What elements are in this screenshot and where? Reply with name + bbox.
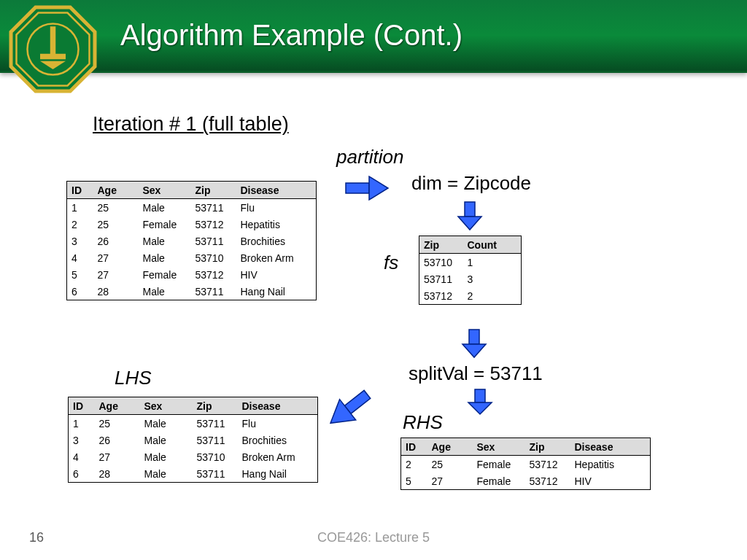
table-cell: 4 (69, 448, 95, 465)
table-cell: 6 (67, 283, 93, 300)
svg-rect-3 (50, 26, 56, 55)
svg-rect-9 (469, 330, 479, 344)
table-cell: 3 (69, 432, 95, 448)
table-cell: Male (139, 233, 191, 249)
table-cell: 53712 (525, 472, 570, 490)
table-cell: Male (140, 448, 193, 465)
table-row: 537101 (419, 254, 522, 271)
splitval-label: splitVal = 53711 (409, 362, 543, 385)
table-row: 527Female53712HIV (67, 266, 317, 283)
table-header: Zip (525, 438, 570, 456)
table-cell: 53711 (193, 432, 238, 448)
table-row: 326Male53711Brochities (69, 432, 318, 448)
slide-body: Iteration # 1 (full table) IDAgeSexZipDi… (0, 73, 747, 560)
slide-header: Algorithm Example (Cont.) (0, 0, 747, 73)
table-cell: Hepatitis (570, 456, 651, 473)
table-cell: Brochities (238, 432, 318, 448)
table-row: 125Male53711Flu (69, 415, 318, 432)
full-table: IDAgeSexZipDisease125Male53711Flu225Fema… (66, 181, 317, 300)
svg-marker-10 (462, 344, 486, 357)
table-cell: 28 (95, 465, 140, 483)
arrow-down-icon (455, 201, 484, 233)
table-cell: 27 (95, 448, 140, 465)
table-cell: 25 (93, 199, 139, 217)
table-header: ID (67, 182, 93, 199)
table-cell: 27 (427, 472, 473, 490)
dim-label: dim = Zipcode (411, 172, 531, 195)
table-cell: 53711 (419, 271, 463, 287)
partition-label: partition (336, 146, 404, 168)
university-logo-icon (7, 4, 98, 95)
table-header: Sex (139, 182, 191, 199)
table-row: 225Female53712Hepatitis (67, 216, 317, 233)
table-cell: Male (140, 432, 193, 448)
svg-marker-8 (458, 217, 481, 230)
table-row: 527Female53712HIV (401, 472, 651, 490)
table-cell: 53711 (191, 283, 236, 300)
table-cell: Flu (236, 199, 317, 217)
table-cell: Female (139, 266, 191, 283)
table-cell: 53712 (419, 287, 463, 305)
table-cell: 53711 (193, 465, 238, 483)
rhs-label: RHS (403, 411, 443, 434)
table-cell: 27 (93, 266, 139, 283)
table-cell: 5 (67, 266, 93, 283)
table-cell: Male (140, 415, 193, 432)
table-header: Age (427, 438, 473, 456)
table-row: 225Female53712Hepatitis (401, 456, 651, 473)
table-cell: 2 (401, 456, 427, 473)
table-cell: 28 (93, 283, 139, 300)
svg-rect-7 (465, 202, 475, 217)
fs-label: fs (384, 252, 398, 274)
table-cell: 25 (427, 456, 473, 473)
svg-rect-4 (40, 54, 66, 60)
table-header: Count (463, 236, 522, 254)
table-header: Disease (570, 438, 651, 456)
footer-text: COE426: Lecture 5 (0, 530, 747, 545)
arrow-down-icon (460, 328, 489, 360)
table-row: 125Male53711Flu (67, 199, 317, 217)
table-header: Zip (193, 397, 238, 415)
table-cell: 4 (67, 249, 93, 266)
table-header: Age (95, 397, 140, 415)
table-cell: Hepatitis (236, 216, 317, 233)
table-header: Disease (238, 397, 318, 415)
table-cell: Female (473, 456, 525, 473)
table-cell: Brochities (236, 233, 317, 249)
table-header: Age (93, 182, 139, 199)
table-row: 628Male53711Hang Nail (67, 283, 317, 300)
table-cell: 53712 (525, 456, 570, 473)
table-cell: 1 (69, 415, 95, 432)
table-header: Zip (419, 236, 463, 254)
table-cell: 25 (95, 415, 140, 432)
table-cell: 1 (67, 199, 93, 217)
table-cell: 53712 (191, 266, 236, 283)
table-cell: 3 (463, 271, 522, 287)
table-cell: 26 (93, 233, 139, 249)
table-header: Sex (473, 438, 525, 456)
table-cell: 5 (401, 472, 427, 490)
svg-marker-6 (369, 176, 388, 200)
svg-rect-11 (475, 389, 485, 402)
table-cell: 53710 (193, 448, 238, 465)
table-cell: 53710 (191, 249, 236, 266)
table-header: Disease (236, 182, 317, 199)
table-cell: Female (473, 472, 525, 490)
table-cell: 6 (69, 465, 95, 483)
table-cell: HIV (236, 266, 317, 283)
rhs-table: IDAgeSexZipDisease225Female53712Hepatiti… (400, 438, 651, 490)
table-cell: Broken Arm (236, 249, 317, 266)
table-cell: Male (139, 199, 191, 217)
table-cell: Flu (238, 415, 318, 432)
table-cell: Male (140, 465, 193, 483)
iteration-title: Iteration # 1 (full table) (93, 113, 289, 136)
table-cell: 53711 (191, 233, 236, 249)
table-cell: Male (139, 283, 191, 300)
slide-title: Algorithm Example (Cont.) (120, 19, 462, 52)
table-cell: 53712 (191, 216, 236, 233)
table-header: ID (69, 397, 95, 415)
zip-count-table: ZipCount537101537113537122 (419, 236, 522, 305)
svg-rect-5 (346, 183, 369, 193)
table-cell: Male (139, 249, 191, 266)
table-row: 628Male53711Hang Nail (69, 465, 318, 483)
